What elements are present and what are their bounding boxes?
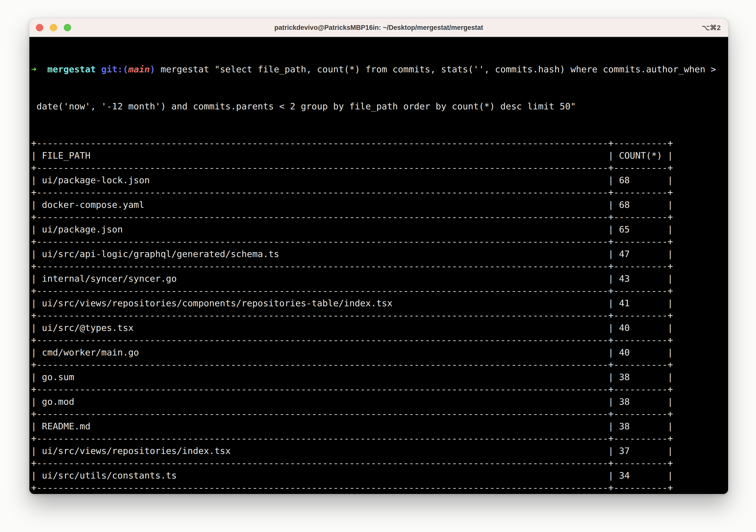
table-row: | ui/src/utils/constants.ts | 34 | — [31, 469, 728, 482]
prompt-line: ➜ mergestat git:(main) mergestat "select… — [31, 63, 728, 76]
window-shortcut-badge: ⌥⌘2 — [702, 19, 721, 37]
table-row: | ui/src/@types.tsx | 40 | — [31, 322, 728, 334]
table-row: | ui/src/api-logic/graphql/generated/sch… — [31, 248, 728, 260]
table-row: | cmd/worker/main.go | 40 | — [31, 346, 728, 359]
table-header-row: | FILE_PATH | COUNT(*) | — [31, 149, 728, 162]
table-border: +---------------------------------------… — [31, 359, 728, 371]
table-border: +---------------------------------------… — [31, 137, 728, 149]
prompt-segment: mergestat "select file_path, count(*) fr… — [160, 64, 716, 74]
terminal-screen[interactable]: ➜ mergestat git:(main) mergestat "select… — [29, 37, 728, 494]
table-border: +---------------------------------------… — [31, 162, 728, 174]
prompt-segment: ➜ — [31, 64, 37, 74]
table-row: | go.mod | 38 | — [31, 395, 728, 408]
table-row: | ui/package-lock.json | 68 | — [31, 174, 728, 187]
table-border: +---------------------------------------… — [31, 334, 728, 346]
table-border: +---------------------------------------… — [31, 285, 728, 297]
table-row: | go.sum | 38 | — [31, 371, 728, 383]
table-row: | ui/src/views/repositories/components/r… — [31, 297, 728, 310]
prompt-segment — [37, 64, 47, 74]
table-border: +---------------------------------------… — [31, 482, 728, 494]
table-border: +---------------------------------------… — [31, 309, 728, 322]
table-row: | ui/package.json | 65 | — [31, 223, 728, 236]
table-row: | ui/src/views/repositories/index.tsx | … — [31, 445, 728, 457]
table-row: | internal/db/queries.sql.go | 34 | — [31, 494, 728, 494]
table-border: +---------------------------------------… — [31, 408, 728, 420]
prompt-segment: git:( — [101, 64, 128, 74]
prompt-segment — [155, 64, 161, 74]
table-border: +---------------------------------------… — [31, 211, 728, 223]
table-border: +---------------------------------------… — [31, 260, 728, 272]
titlebar[interactable]: patrickdevivo@PatricksMBP16in: ~/Desktop… — [29, 19, 728, 37]
table-border: +---------------------------------------… — [31, 383, 728, 395]
table-row: | README.md | 38 | — [31, 420, 728, 433]
table-border: +---------------------------------------… — [31, 186, 728, 199]
table-border: +---------------------------------------… — [31, 236, 728, 248]
prompt-segment: main — [128, 64, 150, 74]
prompt-segment: ) — [150, 64, 155, 74]
table-border: +---------------------------------------… — [31, 457, 728, 469]
window-title: patrickdevivo@PatricksMBP16in: ~/Desktop… — [29, 24, 728, 32]
query-output-table: +---------------------------------------… — [31, 137, 728, 494]
prompt-segment — [96, 64, 101, 74]
table-border: +---------------------------------------… — [31, 432, 728, 445]
table-row: | internal/syncer/syncer.go | 43 | — [31, 272, 728, 285]
table-row: | docker-compose.yaml | 68 | — [31, 199, 728, 211]
command-line-wrap: date('now', '-12 month') and commits.par… — [31, 100, 728, 113]
prompt-segment: mergestat — [47, 64, 96, 74]
terminal-window: patrickdevivo@PatricksMBP16in: ~/Desktop… — [29, 19, 728, 494]
